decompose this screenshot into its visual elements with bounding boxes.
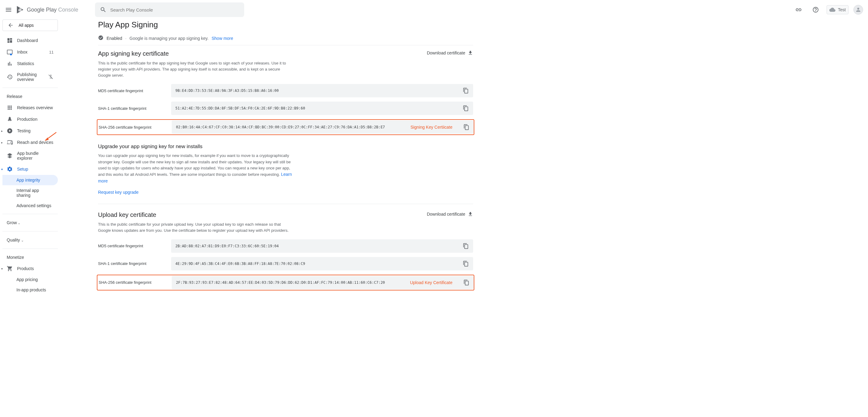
link-icon[interactable]	[793, 4, 805, 16]
upgrade-desc: You can upgrade your app signing key for…	[98, 153, 293, 184]
help-icon[interactable]	[810, 4, 822, 16]
rocket-icon	[7, 116, 13, 122]
sidebar: All apps Dashboard Inbox 11 Statistics P…	[0, 20, 60, 307]
layers-icon	[7, 153, 13, 159]
sidebar-item-setup[interactable]: ▾ Setup	[2, 163, 58, 175]
sha1-value-box: 51:A2:4E:7D:55:DD:DA:8F:5B:DF:5A:F0:CA:2…	[171, 102, 473, 115]
nav-label: In-app products	[17, 287, 46, 292]
sidebar-item-inbox[interactable]: Inbox 11	[2, 46, 58, 58]
sha1-value-box: 4E:29:9D:4F:A5:3B:C4:4F:E0:6B:3B:A8:FF:1…	[171, 257, 473, 270]
nav-label: Statistics	[17, 61, 34, 66]
statistics-icon	[7, 61, 13, 67]
search-input[interactable]	[110, 7, 239, 12]
show-more-link[interactable]: Show more	[212, 36, 233, 41]
fingerprint-row: MD5 certificate fingerprint 9B:E4:DD:73:…	[98, 84, 473, 97]
play-console-logo-icon	[16, 5, 24, 14]
app-chip[interactable]: Test	[827, 5, 848, 14]
sidebar-heading-release: Release	[2, 91, 58, 102]
upload-annotation: Upload Key Certificate	[410, 280, 453, 285]
fingerprint-row: SHA-1 certificate fingerprint 4E:29:9D:4…	[98, 257, 473, 270]
sidebar-item-advanced[interactable]: Advanced settings	[2, 201, 58, 211]
sha256-label: SHA-256 certificate fingerprint	[97, 125, 172, 130]
sidebar-heading-grow[interactable]: Grow⌄	[2, 217, 58, 228]
copy-icon[interactable]	[463, 280, 469, 286]
sidebar-item-dashboard[interactable]: Dashboard	[2, 35, 58, 46]
nav-label: Internal app sharing	[17, 188, 54, 198]
sidebar-heading-monetize: Monetize	[2, 252, 58, 263]
nav-label: Releases overview	[17, 105, 53, 110]
cart-icon	[7, 266, 13, 272]
nav-label: Production	[17, 117, 37, 121]
copy-icon[interactable]	[463, 88, 469, 94]
signing-annotation: Signing Key Certiicate	[410, 125, 453, 130]
nav-label: Dashboard	[17, 38, 38, 43]
md5-value-box: 2B:AD:88:02:A7:81:D9:E0:F7:C3:33:6C:60:5…	[171, 239, 473, 253]
arrow-annotation-icon	[42, 131, 58, 144]
upload-desc: This is the public certificate for your …	[98, 221, 293, 234]
sidebar-item-app-pricing[interactable]: App pricing	[2, 274, 58, 285]
sidebar-item-app-bundle[interactable]: App bundle explorer	[2, 148, 58, 163]
sha1-label: SHA-1 certificate fingerprint	[98, 261, 171, 266]
nav-label: App bundle explorer	[17, 151, 54, 161]
copy-icon[interactable]	[463, 243, 469, 249]
sidebar-item-statistics[interactable]: Statistics	[2, 58, 58, 69]
copy-icon[interactable]	[463, 105, 469, 111]
inbox-count-badge: 11	[49, 50, 54, 55]
gear-icon	[7, 166, 13, 172]
fingerprint-row: MD5 certificate fingerprint 2B:AD:88:02:…	[98, 239, 473, 253]
sha1-value: 4E:29:9D:4F:A5:3B:C4:4F:E0:6B:3B:A8:FF:1…	[175, 262, 458, 266]
sidebar-item-internal-sharing[interactable]: Internal app sharing	[2, 185, 58, 201]
caret-icon: ▸	[1, 141, 3, 144]
md5-label: MD5 certificate fingerprint	[98, 244, 171, 248]
caret-icon: ▸	[1, 129, 3, 133]
nav-label: Inbox	[17, 49, 27, 55]
upgrade-title: Upgrade your app signing key for new ins…	[98, 144, 473, 150]
sidebar-item-app-integrity[interactable]: App integrity	[2, 175, 58, 185]
nav-label: Publishing overview	[17, 72, 44, 82]
hamburger-menu-icon[interactable]	[5, 6, 12, 13]
page-title: Play App Signing	[98, 20, 473, 30]
sidebar-item-publishing-overview[interactable]: Publishing overview	[2, 69, 58, 84]
nav-label: Advanced settings	[17, 203, 51, 208]
sidebar-heading-quality[interactable]: Quality⌄	[2, 235, 58, 245]
svg-rect-2	[20, 8, 21, 11]
fingerprint-row-highlighted: SHA-256 certificate fingerprint 2F:7B:93…	[97, 275, 474, 290]
sha1-label: SHA-1 certificate fingerprint	[98, 106, 171, 111]
md5-value: 2B:AD:88:02:A7:81:D9:E0:F7:C3:33:6C:60:5…	[175, 244, 458, 248]
inbox-icon	[7, 49, 13, 55]
sha256-value-box: 02:B0:16:4A:C4:67:CF:C0:38:14:0A:CF:BD:B…	[172, 120, 474, 134]
nav-label: App integrity	[17, 178, 40, 182]
caret-down-icon: ▾	[1, 168, 3, 171]
signing-desc: This is the public certificate for the a…	[98, 60, 293, 78]
download-certificate-button[interactable]: Download certificate	[427, 50, 473, 56]
sidebar-item-production[interactable]: Production	[2, 113, 58, 125]
main-content: Play App Signing Enabled · Google is man…	[91, 20, 480, 307]
sidebar-item-in-app-products[interactable]: In-app products	[2, 285, 58, 295]
back-arrow-icon	[8, 22, 14, 28]
nav-label: Setup	[17, 167, 28, 172]
play-circle-icon	[7, 128, 13, 134]
download-icon	[468, 211, 473, 217]
status-desc: Google is managing your app signing key.	[129, 36, 209, 41]
logo-block[interactable]: Google Play Console	[16, 5, 78, 14]
all-apps-button[interactable]: All apps	[2, 20, 58, 31]
nav-label: App pricing	[17, 277, 38, 282]
topbar-right: Test	[793, 4, 863, 16]
fingerprint-row: SHA-1 certificate fingerprint 51:A2:4E:7…	[98, 102, 473, 115]
avatar[interactable]	[854, 5, 863, 14]
download-certificate-button[interactable]: Download certificate	[427, 211, 473, 217]
svg-rect-1	[19, 9, 20, 11]
md5-value-box: 9B:E4:DD:73:53:5E:A8:9A:3F:A3:D5:15:B8:A…	[171, 84, 473, 97]
nav-label: Products	[17, 266, 34, 271]
check-circle-icon	[98, 35, 103, 41]
cloud-icon	[829, 7, 835, 13]
request-key-upgrade-link[interactable]: Request key upgrade	[98, 190, 138, 195]
copy-icon[interactable]	[463, 260, 469, 267]
person-icon	[855, 7, 861, 13]
copy-icon[interactable]	[463, 124, 469, 130]
sidebar-item-products[interactable]: ▾ Products	[2, 263, 58, 274]
sidebar-item-releases-overview[interactable]: Releases overview	[2, 102, 58, 113]
download-icon	[468, 50, 473, 56]
md5-value: 9B:E4:DD:73:53:5E:A8:9A:3F:A3:D5:15:B8:A…	[175, 89, 458, 93]
search-box[interactable]	[95, 2, 244, 17]
